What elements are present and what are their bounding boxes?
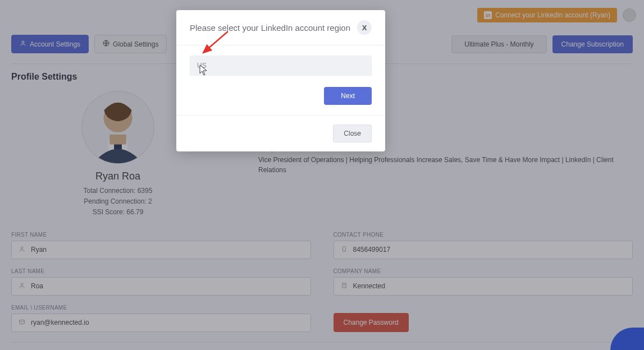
modal-close-button[interactable]: Close (333, 125, 372, 142)
modal-overlay: Please select your LinkedIn account regi… (0, 0, 644, 350)
modal-title: Please select your LinkedIn account regi… (190, 23, 350, 33)
modal-next-button[interactable]: Next (324, 87, 372, 105)
region-input-wrap (190, 56, 372, 76)
modal-footer: Close (176, 116, 385, 151)
modal-header: Please select your LinkedIn account regi… (176, 10, 385, 45)
modal-body: Next (176, 45, 385, 116)
modal-close-x-button[interactable]: X (357, 20, 372, 35)
region-modal: Please select your LinkedIn account regi… (176, 10, 385, 151)
region-input[interactable] (190, 56, 372, 76)
